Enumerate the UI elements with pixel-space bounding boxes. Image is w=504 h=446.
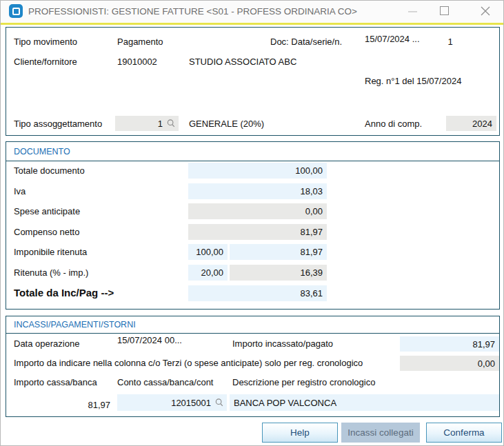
spese-anticipate-label: Spese anticipate [14,203,80,219]
totale-inc-pag-label: Totale da Inc/Pag --> [14,285,114,301]
cliente-code-value[interactable]: 19010002 [117,57,157,67]
accent-divider [1,23,504,25]
conto-cassa-value: 12015001 [171,398,211,408]
terzi-value: 0,00 [478,358,495,369]
tipo-assoggettamento-field[interactable]: 1 [115,116,179,131]
iva-label: Iva [14,183,26,199]
iva-value: 18,03 [300,186,323,196]
compenso-netto-value: 81,97 [300,227,323,237]
importo-incassato-field[interactable]: 81,97 [400,336,499,352]
totale-documento-value: 100,00 [295,165,323,176]
lookup-magnifier-icon[interactable] [166,119,176,128]
imponibile-ritenuta-field[interactable]: 81,97 [230,244,327,260]
minimize-icon[interactable] [408,11,417,12]
doc-date-value[interactable]: 15/07/2024 ... [365,34,420,44]
importo-incassato-value: 81,97 [472,339,495,349]
tipo-assoggettamento-desc: GENERALE (20%) [189,119,264,129]
window-title: PROFESSIONISTI: GESTIONE FATTURE <S01 - … [28,1,357,22]
imponibile-ritenuta-perc-field[interactable]: 100,00 [188,244,228,260]
importo-incassato-label: Importo incassato/pagato [232,336,333,352]
tipo-movimento-value: Pagamento [117,37,163,47]
anno-comp-label: Anno di comp. [365,119,422,129]
compenso-netto-label: Compenso netto [14,224,79,240]
totale-documento-label: Totale documento [14,163,85,179]
ritenuta-perc-value: 20,00 [201,267,223,278]
ritenuta-label: Ritenuta (% - imp.) [14,265,88,281]
anno-comp-field: 2024 [446,116,496,131]
app-icon-inner [12,8,20,15]
titlebar: PROFESSIONISTI: GESTIONE FATTURE <S01 - … [1,1,503,22]
iva-field[interactable]: 18,03 [188,183,327,199]
conto-cassa-field[interactable]: 12015001 [117,394,227,411]
importo-cassa-header: Importo cassa/banca [14,377,97,387]
documento-header: DOCUMENTO [6,142,499,161]
documento-panel: DOCUMENTO Totale documento 100,00 Iva 18… [6,141,500,310]
data-operazione-value[interactable]: 15/07/2024 00... [117,335,182,345]
incassi-title: INCASSI/PAGAMENTI/STORNI [14,320,136,330]
data-operazione-label: Data operazione [14,336,79,352]
app-icon [9,4,23,18]
tipo-movimento-label: Tipo movimento [14,37,77,47]
doc-number-value[interactable]: 1 [443,37,457,47]
doc-data-serie-label: Doc: Data/serie/n. [270,37,342,47]
conto-cassa-header: Conto cassa/banca/cont [117,377,213,387]
totale-documento-field[interactable]: 100,00 [188,163,327,179]
registrazione-info: Reg. n°1 del 15/07/2024 [365,76,461,86]
totale-inc-pag-value: 83,61 [300,288,323,298]
spese-anticipate-value: 0,00 [305,206,323,216]
incassi-collegati-button[interactable]: Incassi collegati [341,423,420,443]
dialog-window: PROFESSIONISTI: GESTIONE FATTURE <S01 - … [0,0,504,446]
documento-title: DOCUMENTO [14,147,70,156]
totale-inc-pag-field: 83,61 [188,285,327,301]
cliente-fornitore-label: Cliente/fornitore [14,57,77,67]
ritenuta-perc-field[interactable]: 20,00 [188,265,228,281]
ritenuta-importo-value: 16,39 [300,267,323,278]
descrizione-header: Descrizione per registro cronologico [232,377,375,387]
tipo-assoggettamento-label: Tipo assoggettamento [14,119,102,129]
importo-cassa-value[interactable]: 81,97 [14,397,110,414]
imponibile-ritenuta-label: Imponibile ritenuta [14,244,87,260]
incassi-header: INCASSI/PAGAMENTI/STORNI [6,316,499,334]
tipo-assoggettamento-code: 1 [158,119,163,129]
conferma-button[interactable]: Conferma [426,423,502,443]
conto-lookup-magnifier-icon[interactable] [214,398,224,407]
cliente-name-value: STUDIO ASSOCIATO ABC [189,57,296,67]
descrizione-field[interactable]: BANCA POP VALCONCA [230,394,499,411]
close-icon[interactable] [481,6,490,16]
incassi-panel: INCASSI/PAGAMENTI/STORNI Data operazione… [6,316,500,417]
descrizione-value: BANCA POP VALCONCA [234,398,336,408]
terzi-field: 0,00 [400,356,499,371]
spese-anticipate-field: 0,00 [188,203,327,219]
ritenuta-importo-field: 16,39 [230,265,327,281]
imponibile-ritenuta-value: 81,97 [300,247,323,257]
compenso-netto-field: 81,97 [188,224,327,240]
help-button[interactable]: Help [262,423,338,443]
imponibile-ritenuta-perc-value: 100,00 [196,247,223,257]
terzi-label: Importo da indicare nella colonna c/o Te… [14,356,363,371]
header-panel: Tipo movimento Pagamento Doc: Data/serie… [6,27,500,136]
maximize-icon[interactable] [440,6,449,15]
anno-comp-value: 2024 [472,119,492,129]
